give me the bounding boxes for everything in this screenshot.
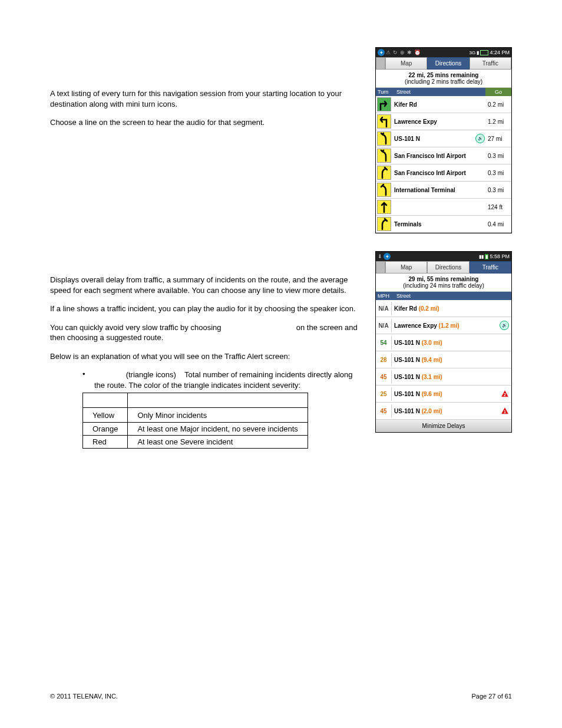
- s2-para2: If a line shows a traffic incident, you …: [50, 304, 363, 314]
- net-icon: 3G ▮: [470, 50, 480, 55]
- dl-icon: ⬇: [378, 253, 382, 259]
- traffic-row[interactable]: N/AKifer Rd (0.2 mi): [376, 300, 511, 317]
- mph-value: 45: [376, 404, 392, 418]
- direction-row[interactable]: US-101 N🔊27 mi: [376, 130, 511, 147]
- tab-traffic[interactable]: Traffic: [470, 57, 511, 70]
- section2-text: Displays overall delay from traffic, a s…: [50, 251, 375, 449]
- street-name: [392, 206, 487, 208]
- distance: 0.3 mi: [487, 169, 511, 177]
- sev-color: Yellow: [83, 408, 128, 423]
- traffic-row[interactable]: 45US-101 N (2.0 mi)1: [376, 403, 511, 420]
- statusbar-1: ✦ ⚠ ↻ ⊕ ✱ ⏰ 3G ▮ 4:24 PM: [376, 48, 511, 57]
- turn-icon: [377, 149, 391, 163]
- tab-back[interactable]: [376, 57, 385, 70]
- turn-icon: [377, 200, 391, 214]
- gps-icon: ⊕: [400, 50, 406, 55]
- street-name: Lawrence Expy: [392, 117, 487, 126]
- mph-value: 25: [376, 387, 392, 401]
- app-icon: ✦: [378, 49, 385, 56]
- mph-value: 28: [376, 353, 392, 367]
- severity-row: YellowOnly Minor incidents: [83, 408, 308, 423]
- sum2-l2: (including 24 mins traffic delay): [377, 282, 510, 289]
- sev-meaning: Only Minor incidents: [128, 408, 308, 423]
- sev-color: Red: [83, 436, 128, 449]
- direction-row[interactable]: Terminals0.4 mi: [376, 216, 511, 233]
- bullet: • (triangle icons) Total number of remai…: [82, 370, 363, 390]
- svg-text:1: 1: [504, 410, 506, 414]
- minimize-delays-button[interactable]: Minimize Delays: [376, 420, 511, 432]
- tab-map-2[interactable]: Map: [385, 261, 427, 274]
- traffic-row[interactable]: 54US-101 N (3.0 mi): [376, 334, 511, 351]
- traffic-street: US-101 N (3.1 mi): [392, 373, 511, 381]
- summary-2: 29 mi, 55 mins remaining (including 24 m…: [376, 274, 511, 292]
- col-headers-2: MPH Street: [376, 292, 511, 300]
- traffic-street: US-101 N (9.6 mi)2: [392, 388, 511, 399]
- traffic-street: Lawrence Expy (1.2 mi)🔊: [392, 319, 511, 331]
- distance: 124 ft: [487, 203, 511, 212]
- battery-icon: [480, 50, 488, 55]
- tab-directions[interactable]: Directions: [427, 57, 469, 70]
- footer: © 2011 TELENAV, INC. Page 27 of 61: [50, 693, 512, 700]
- traffic-street: US-101 N (3.0 mi): [392, 338, 511, 347]
- distance: 0.2 mi: [487, 100, 511, 109]
- tab-back-2[interactable]: [376, 261, 385, 274]
- ch-street: Street: [395, 88, 485, 96]
- turn-icon: [377, 114, 391, 129]
- tab-directions-2[interactable]: Directions: [427, 261, 469, 274]
- distance: 27 mi: [487, 134, 511, 143]
- incident-triangle-icon: 2: [501, 390, 509, 398]
- severity-row: OrangeAt least one Major incident, no se…: [83, 423, 308, 436]
- turn-icon: [377, 97, 391, 111]
- turn-icon: [377, 183, 391, 197]
- street-name: Terminals: [392, 220, 487, 229]
- tab-map[interactable]: Map: [385, 57, 427, 70]
- tab-traffic-2[interactable]: Traffic: [470, 261, 511, 274]
- section1-text: A text listing of every turn for this na…: [50, 47, 375, 136]
- direction-row[interactable]: International Terminal0.3 mi: [376, 182, 511, 199]
- tabbar-1: Map Directions Traffic: [376, 57, 511, 70]
- page-number: Page 27 of 61: [471, 693, 512, 700]
- s1-para1: A text listing of every turn for this na…: [50, 88, 363, 109]
- sum2-l1: 29 mi, 55 mins remaining: [409, 276, 479, 282]
- street-name: International Terminal: [392, 186, 487, 195]
- tabbar-2: Map Directions Traffic: [376, 261, 511, 274]
- speaker-icon[interactable]: 🔊: [500, 321, 509, 330]
- direction-row[interactable]: San Francisco Intl Airport0.3 mi: [376, 147, 511, 164]
- direction-row[interactable]: Kifer Rd0.2 mi: [376, 96, 511, 113]
- direction-row[interactable]: Lawrence Expy1.2 mi: [376, 113, 511, 130]
- alarm-icon: ⏰: [414, 50, 420, 55]
- sev-color: Orange: [83, 423, 128, 436]
- traffic-row[interactable]: 25US-101 N (9.6 mi)2: [376, 386, 511, 403]
- directions-list: Kifer Rd0.2 miLawrence Expy1.2 miUS-101 …: [376, 96, 511, 233]
- app-icon-2: ✦: [384, 253, 391, 260]
- turn-icon: [377, 166, 391, 180]
- severity-table: YellowOnly Minor incidentsOrangeAt least…: [82, 393, 308, 449]
- screenshot-traffic: ⬇ ✦ ▮▮ ▮ 5:58 PM Map Directions Traffic: [375, 251, 512, 433]
- traffic-list: N/AKifer Rd (0.2 mi)N/ALawrence Expy (1.…: [376, 300, 511, 420]
- net-icon-2: ▮▮: [479, 254, 484, 259]
- bt-icon: ✱: [407, 50, 413, 55]
- direction-row[interactable]: 124 ft: [376, 199, 511, 216]
- ch-turn: Turn: [376, 88, 395, 96]
- bullet-label: (triangle icons): [126, 370, 176, 379]
- street-name: US-101 N🔊: [392, 133, 487, 144]
- traffic-street: Kifer Rd (0.2 mi): [392, 304, 511, 313]
- speaker-icon[interactable]: 🔊: [475, 134, 485, 143]
- sev-meaning: At least one Severe incident: [128, 436, 308, 449]
- distance: 1.2 mi: [487, 117, 511, 126]
- turn-icon: [377, 217, 391, 231]
- mph-value: N/A: [376, 319, 392, 332]
- traffic-row[interactable]: N/ALawrence Expy (1.2 mi)🔊: [376, 317, 511, 334]
- direction-row[interactable]: San Francisco Intl Airport0.3 mi: [376, 164, 511, 182]
- traffic-street: US-101 N (2.0 mi)1: [392, 406, 511, 416]
- copyright: © 2011 TELENAV, INC.: [50, 693, 118, 700]
- traffic-row[interactable]: 45US-101 N (3.1 mi): [376, 368, 511, 386]
- notif-icon: ⚠: [386, 50, 392, 55]
- ch-go[interactable]: Go: [485, 88, 511, 96]
- turn-icon: [377, 131, 391, 146]
- mph-value: 45: [376, 370, 392, 384]
- col-headers-1: Turn Street Go: [376, 88, 511, 96]
- traffic-row[interactable]: 28US-101 N (9.4 mi): [376, 351, 511, 368]
- sum1-l2: (including 2 mins traffic delay): [377, 78, 510, 85]
- mph-value: N/A: [376, 302, 392, 315]
